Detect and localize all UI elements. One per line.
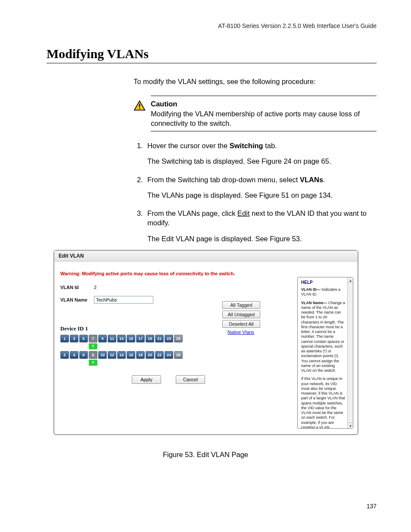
port-22[interactable]: 22 <box>155 351 164 359</box>
port-24[interactable]: 24 <box>165 351 173 359</box>
port-25[interactable]: 25 <box>174 335 183 342</box>
panel-title: Edit VLAN <box>54 251 358 261</box>
step-text: From the VLANs page, click <box>147 209 237 217</box>
port-21[interactable]: 21 <box>155 335 164 342</box>
port-9[interactable]: 9 <box>98 335 107 342</box>
help-title: HELP <box>301 280 346 285</box>
step-bold: Switching <box>230 142 263 149</box>
section-title: Modifying VLANs <box>47 47 149 61</box>
port-8-tagged-flag: T <box>89 360 97 366</box>
title-rule <box>47 63 377 63</box>
svg-rect-1 <box>139 104 140 107</box>
port-14[interactable]: 14 <box>117 351 126 359</box>
vlan-name-input[interactable] <box>94 296 153 304</box>
warning-triangle-icon <box>134 100 146 111</box>
port-2[interactable]: 2 <box>60 351 69 359</box>
deselect-all-button[interactable]: Deselect All <box>222 320 260 328</box>
caution-callout: Caution Modifying the VLAN membership of… <box>134 96 377 131</box>
native-vlans-link[interactable]: Native Vlans <box>222 330 259 335</box>
cancel-button[interactable]: Cancel <box>176 375 205 384</box>
help-text: Change a name of the VLAN as needed. The… <box>301 301 345 373</box>
step-subtext: The VLANs page is displayed. See Figure … <box>147 190 377 200</box>
step-text: From the Switching tab drop-down menu, s… <box>147 176 300 184</box>
port-23[interactable]: 23 <box>165 335 173 342</box>
scroll-down-icon[interactable]: ▾ <box>348 423 353 428</box>
callout-rule-top <box>151 96 377 96</box>
help-text: If this VLAN is unique in your network, … <box>301 376 346 428</box>
step-bold: VLANs <box>300 176 323 184</box>
panel-warning: Warning: Modifying active ports may caus… <box>60 271 352 276</box>
help-scrollbar[interactable]: ▴ ▾ <box>347 277 353 428</box>
procedure-list: Hover the cursor over the Switching tab.… <box>134 141 377 243</box>
port-1[interactable]: 1 <box>60 335 69 342</box>
step-2: From the Switching tab drop-down menu, s… <box>145 175 377 200</box>
port-20[interactable]: 20 <box>146 351 154 359</box>
page-number: 137 <box>367 503 377 510</box>
all-tagged-button[interactable]: All Tagged <box>222 301 260 309</box>
apply-button[interactable]: Apply <box>132 375 161 384</box>
port-12[interactable]: 12 <box>108 351 116 359</box>
port-15[interactable]: 15 <box>127 335 135 342</box>
port-11[interactable]: 11 <box>108 335 116 342</box>
port-17[interactable]: 17 <box>136 335 145 342</box>
port-8[interactable]: 8 <box>89 351 97 359</box>
caution-heading: Caution <box>151 100 177 108</box>
step-text: tab. <box>263 142 277 149</box>
port-7-tagged-flag: T <box>89 343 97 349</box>
port-19[interactable]: 19 <box>146 335 154 342</box>
port-13[interactable]: 13 <box>117 335 126 342</box>
help-bold: VLAN Name— <box>301 301 327 305</box>
step-text: . <box>323 176 325 184</box>
port-3[interactable]: 3 <box>70 335 78 342</box>
help-panel: HELP VLAN ID— Indicates a VLAN ID. VLAN … <box>297 277 353 429</box>
figure-caption: Figure 53. Edit VLAN Page <box>0 451 411 459</box>
step-1: Hover the cursor over the Switching tab.… <box>145 141 377 166</box>
port-7[interactable]: 7 <box>89 335 97 342</box>
svg-rect-2 <box>139 108 140 109</box>
port-18[interactable]: 18 <box>136 351 145 359</box>
port-26[interactable]: 26 <box>174 351 183 359</box>
port-16[interactable]: 16 <box>127 351 135 359</box>
step-underline: Edit <box>237 209 249 217</box>
step-subtext: The Switching tab is displayed. See Figu… <box>147 156 377 166</box>
help-bold: VLAN ID— <box>301 287 321 292</box>
port-5[interactable]: 5 <box>79 335 88 342</box>
caution-text: Modifying the VLAN membership of active … <box>151 110 360 127</box>
step-3: From the VLANs page, click Edit next to … <box>145 208 377 243</box>
vlan-id-value: 2 <box>94 285 97 290</box>
vlan-id-label: VLAN Id <box>60 285 94 290</box>
intro-paragraph: To modify the VLAN settings, see the fol… <box>134 77 377 86</box>
scroll-up-icon[interactable]: ▴ <box>348 277 353 283</box>
vlan-name-label: VLAN Name <box>60 297 94 302</box>
port-6[interactable]: 6 <box>79 351 88 359</box>
callout-rule-bottom <box>151 131 377 131</box>
step-text: Hover the cursor over the <box>147 142 230 149</box>
page-header-right: AT-8100 Series Version 2.2.5.0 Web Inter… <box>218 22 377 29</box>
figure-edit-vlan: Edit VLAN Warning: Modifying active port… <box>53 250 358 435</box>
all-untagged-button[interactable]: All Untagged <box>222 311 260 318</box>
port-4[interactable]: 4 <box>70 351 78 359</box>
port-10[interactable]: 10 <box>98 351 107 359</box>
step-subtext: The Edit VLAN page is displayed. See Fig… <box>147 234 377 243</box>
